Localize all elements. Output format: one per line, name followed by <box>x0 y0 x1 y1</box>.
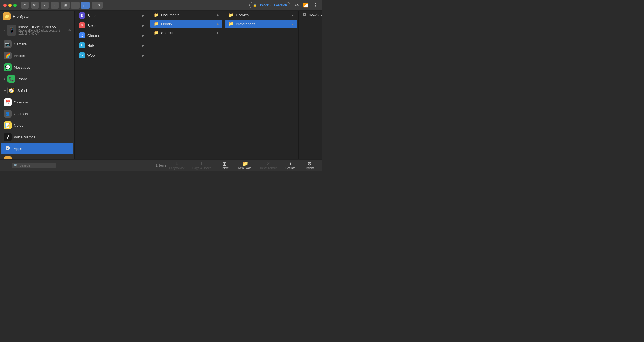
refresh-button[interactable]: ↻ <box>21 2 29 9</box>
device-info: iPhone - 10/9/19, 7:08 AM Backup (Defaul… <box>18 25 68 35</box>
device-name: iPhone - 10/9/19, 7:08 AM <box>18 25 68 29</box>
sidebar-item-voicememos-label: Voice Memos <box>14 135 35 139</box>
delete-label: Delete <box>221 167 229 170</box>
sidebar-item-filesystem-top[interactable]: 📁 File System <box>0 11 74 22</box>
messages-icon: 💬 <box>4 63 12 71</box>
sidebar-item-filesystem[interactable]: 📁 File System <box>1 155 73 159</box>
calendar-icon: 📅 <box>4 98 12 106</box>
sidebar-item-messages-label: Messages <box>14 65 30 69</box>
search-input[interactable] <box>19 164 54 167</box>
preview-button[interactable]: 👁 <box>31 2 39 9</box>
folder-preferences[interactable]: 📁 Preferences ▶ <box>225 20 297 28</box>
delete-button[interactable]: 🗑 Delete <box>215 161 234 170</box>
bottom-left-controls: + 🔍 <box>3 162 56 169</box>
cookies-chevron: ▶ <box>292 14 294 17</box>
device-icon: 📱 <box>7 25 16 36</box>
folder-cookies[interactable]: 📁 Cookies ▶ <box>225 11 297 19</box>
sidebar-item-contacts[interactable]: 👤 Contacts <box>1 108 73 119</box>
sort-button[interactable]: ☰ ▾ <box>92 2 103 9</box>
titlebar: ↻ 👁 ‹ › ⊞ ☰ ⋮⋮ ☰ ▾ 🔒 Unlock Full Version… <box>0 0 322 11</box>
folder-shared[interactable]: 📁 Shared ▶ <box>150 28 222 37</box>
copy-to-mac-label: Copy to Mac <box>169 167 185 170</box>
new-shortcut-button[interactable]: ✳ New Shortcut <box>256 161 281 170</box>
delete-icon: 🗑 <box>222 161 227 166</box>
view-columns-button[interactable]: ⋮⋮ <box>81 2 90 9</box>
bither-chevron: ▶ <box>142 14 145 17</box>
sidebar-item-calendar[interactable]: 📅 Calendar <box>1 97 73 108</box>
camera-icon: 📷 <box>4 40 12 48</box>
sidebar-item-safari[interactable]: ▶ 🧭 Safari <box>1 85 73 96</box>
options-button[interactable]: ⚙ Options <box>300 161 319 170</box>
photos-icon: 🌈 <box>4 52 12 59</box>
sidebar-item-voicememos[interactable]: 🎙 Voice Memos <box>1 131 73 142</box>
forward-button[interactable]: › <box>51 2 59 9</box>
folder-documents[interactable]: 📁 Documents ▶ <box>150 11 222 19</box>
boxer-chevron: ▶ <box>142 24 145 27</box>
shared-label: Shared <box>161 31 173 35</box>
app-item-hub[interactable]: H Hub ▶ <box>76 41 148 50</box>
filesystem-icon: 📁 <box>3 12 11 20</box>
connect-button[interactable]: ⇔ <box>293 2 300 9</box>
web-chevron: ▶ <box>142 54 145 57</box>
sidebar-item-phone[interactable]: ▶ 📞 Phone <box>1 73 73 84</box>
cookies-label: Cookies <box>236 13 249 17</box>
documents-folder-icon: 📁 <box>154 12 159 17</box>
library-column: 📁 Cookies ▶ 📁 Preferences ▶ <box>224 11 299 159</box>
folder-library[interactable]: 📁 Library ▶ <box>150 20 222 28</box>
app-item-boxer[interactable]: ✉ Boxer ▶ <box>76 21 148 30</box>
hub-chevron: ▶ <box>142 44 145 47</box>
get-info-button[interactable]: ℹ Get Info <box>281 161 300 170</box>
voicememos-icon: 🎙 <box>4 133 12 141</box>
status-bar: 1 items <box>156 164 166 167</box>
sidebar-item-messages[interactable]: 💬 Messages <box>1 62 73 73</box>
chrome-app-icon: ⊙ <box>79 32 85 38</box>
new-folder-label: New Folder <box>238 167 252 170</box>
edit-icon[interactable]: ✏ <box>68 28 72 32</box>
documents-label: Documents <box>161 13 179 17</box>
file-net-bither-plist[interactable]: 🗒 net.bither.plist <box>300 11 322 18</box>
wifi-button[interactable]: 📶 <box>303 2 309 9</box>
boxer-label: Boxer <box>87 24 97 28</box>
sidebar-item-contacts-label: Contacts <box>14 112 28 116</box>
web-label: Web <box>87 53 95 58</box>
app-item-chrome[interactable]: ⊙ Chrome ▶ <box>76 31 148 40</box>
back-button[interactable]: ‹ <box>41 2 49 9</box>
cookies-folder-icon: 📁 <box>228 12 234 17</box>
copy-to-mac-button[interactable]: ⤓ Copy to Mac <box>165 161 189 170</box>
phone-icon: 📞 <box>7 75 15 83</box>
sidebar-item-notes[interactable]: 📝 Notes <box>1 120 73 131</box>
app-item-bither[interactable]: B Bither ▶ <box>76 11 148 20</box>
chrome-label: Chrome <box>87 33 100 38</box>
chrome-column: 📁 Documents ▶ 📁 Library ▶ 📁 Shared ▶ <box>149 11 224 159</box>
titlebar-right: 🔒 Unlock Full Version ⇔ 📶 ? <box>249 2 319 9</box>
close-button[interactable] <box>3 4 7 7</box>
main-layout: 📁 File System ▼ 📱 iPhone - 10/9/19, 7:08… <box>0 11 322 159</box>
copy-to-device-button[interactable]: ⤒ Copy to Device <box>189 161 215 170</box>
preferences-folder-icon: 📁 <box>228 21 234 26</box>
hub-label: Hub <box>87 43 94 48</box>
filesystem-bottom-icon: 📁 <box>4 156 12 159</box>
minimize-button[interactable] <box>8 4 12 7</box>
notes-icon: 📝 <box>4 121 12 129</box>
lock-icon: 🔒 <box>253 3 257 7</box>
help-button[interactable]: ? <box>312 2 319 9</box>
device-backup: Backup (Default Backup Location) - 10/9/… <box>18 29 68 35</box>
new-folder-button[interactable]: 📁 New Folder <box>234 161 256 170</box>
app-item-web[interactable]: W Web ▶ <box>76 51 148 60</box>
device-header[interactable]: ▼ 📱 iPhone - 10/9/19, 7:08 AM Backup (De… <box>0 22 74 38</box>
view-grid-button[interactable]: ⊞ <box>61 2 70 9</box>
sidebar-item-notes-label: Notes <box>14 123 23 128</box>
hub-icon: H <box>79 42 85 48</box>
sidebar-item-filesystem-top-label: File System <box>13 14 32 19</box>
maximize-button[interactable] <box>13 4 17 7</box>
plist-file-label: net.bither.plist <box>309 12 322 17</box>
sidebar-item-apps[interactable]: 🅐 Apps <box>1 143 73 154</box>
view-list-button[interactable]: ☰ <box>71 2 80 9</box>
sidebar-item-photos[interactable]: 🌈 Photos <box>1 50 73 61</box>
bottom-toolbar: + 🔍 1 items ⤓ Copy to Mac ⤒ Copy to Devi… <box>0 159 322 171</box>
unlock-button[interactable]: 🔒 Unlock Full Version <box>249 2 290 8</box>
add-button[interactable]: + <box>3 162 9 169</box>
preferences-column: 🗒 net.bither.plist <box>299 11 322 159</box>
new-shortcut-icon: ✳ <box>266 161 270 166</box>
sidebar-item-camera[interactable]: 📷 Camera <box>1 38 73 50</box>
